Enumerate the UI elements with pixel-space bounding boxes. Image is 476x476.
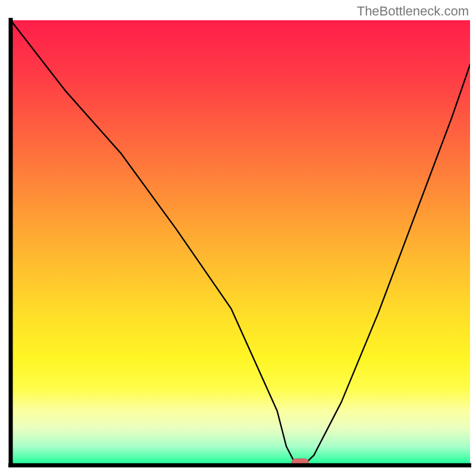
optimal-point-marker (292, 459, 308, 464)
plot-area (11, 20, 470, 464)
bottleneck-curve (11, 20, 470, 464)
curve-svg (11, 20, 470, 464)
watermark-text: TheBottleneck.com (357, 4, 469, 19)
bottleneck-chart: TheBottleneck.com (0, 0, 476, 476)
